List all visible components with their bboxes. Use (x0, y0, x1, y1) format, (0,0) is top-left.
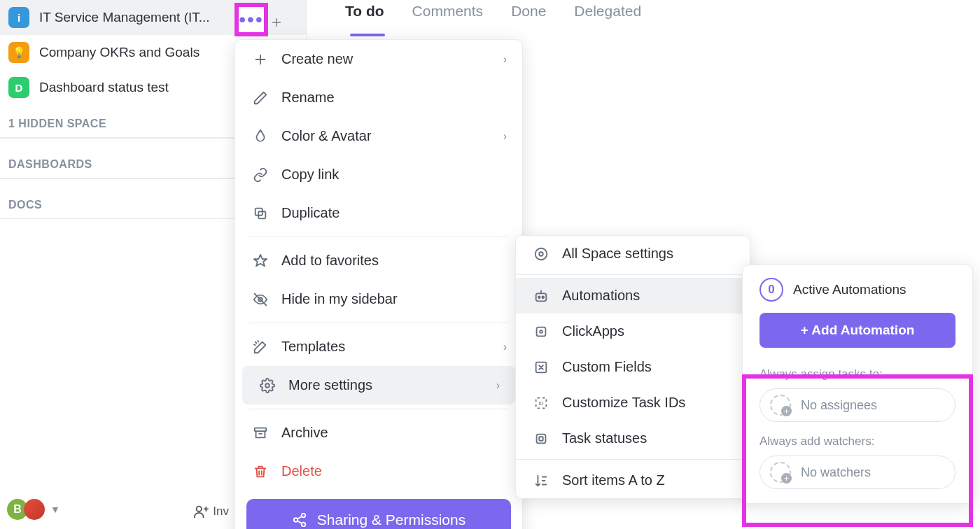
fields-icon (531, 360, 551, 375)
svg-rect-20 (539, 437, 543, 441)
chevron-down-icon[interactable]: ▼ (50, 504, 60, 515)
svg-point-14 (542, 296, 544, 298)
sort-icon (531, 473, 551, 488)
more-options-button[interactable]: ••• (234, 3, 268, 36)
svg-rect-15 (537, 327, 546, 336)
plus-icon (251, 52, 270, 67)
svg-rect-12 (536, 293, 547, 301)
menu-customize-task-ids[interactable]: ID Customize Task IDs (516, 385, 750, 421)
assignees-pill[interactable]: No assignees (760, 388, 955, 422)
svg-point-11 (536, 248, 547, 260)
menu-custom-fields[interactable]: Custom Fields (516, 349, 750, 385)
tab-done[interactable]: Done (511, 0, 546, 28)
assign-label: Always assign tasks to: (760, 367, 955, 381)
space-label: IT Service Management (IT... (39, 10, 210, 25)
link-icon (251, 167, 270, 183)
pencil-icon (251, 90, 270, 106)
automation-count-badge: 0 (760, 278, 783, 302)
menu-delete[interactable]: Delete (235, 452, 522, 491)
more-settings-submenu: All Space settings Automations ClickApps… (515, 235, 750, 499)
add-person-icon (770, 462, 791, 483)
add-person-icon (770, 395, 791, 416)
automations-panel: 0 Active Automations + Add Automation Al… (742, 264, 973, 504)
divider (516, 274, 750, 275)
robot-icon (531, 288, 551, 304)
divider (516, 459, 750, 460)
star-icon (251, 253, 270, 269)
menu-create-new[interactable]: Create new › (235, 40, 522, 78)
tab-comments[interactable]: Comments (412, 0, 484, 28)
menu-task-statuses[interactable]: Task statuses (516, 421, 750, 456)
svg-point-5 (265, 383, 270, 388)
wand-icon (251, 339, 270, 355)
divider (249, 409, 508, 409)
svg-text:ID: ID (538, 400, 543, 406)
sharing-permissions-button[interactable]: Sharing & Permissions (246, 499, 511, 529)
tab-delegated[interactable]: Delegated (574, 0, 641, 28)
invite-button[interactable]: Inv (193, 504, 229, 519)
archive-icon (251, 425, 270, 441)
space-icon: 💡 (8, 42, 29, 63)
eye-off-icon (251, 292, 270, 307)
watchers-pill[interactable]: No watchers (760, 456, 955, 489)
svg-rect-6 (255, 428, 267, 431)
add-automation-button[interactable]: + Add Automation (760, 313, 955, 348)
menu-color-avatar[interactable]: Color & Avatar › (235, 117, 522, 155)
menu-clickapps[interactable]: ClickApps (516, 313, 750, 349)
menu-sort-az[interactable]: Sort items A to Z (516, 463, 750, 498)
menu-automations[interactable]: Automations (516, 278, 750, 313)
tab-indicator (350, 34, 385, 36)
space-label: Company OKRs and Goals (39, 45, 200, 60)
menu-copy-link[interactable]: Copy link (235, 155, 522, 194)
chevron-right-icon: › (503, 341, 507, 353)
drop-icon (251, 129, 270, 144)
svg-point-16 (540, 330, 542, 333)
divider (249, 237, 508, 237)
add-button[interactable]: + (272, 13, 281, 32)
divider (249, 323, 508, 323)
menu-duplicate[interactable]: Duplicate (235, 194, 522, 232)
id-icon: ID (531, 395, 551, 411)
menu-hide-sidebar[interactable]: Hide in my sidebar (235, 280, 522, 318)
watchers-label: Always add watchers: (760, 435, 955, 449)
menu-favorites[interactable]: Add to favorites (235, 241, 522, 280)
space-label: Dashboard status test (39, 80, 169, 95)
space-icon: D (8, 77, 29, 98)
space-icon: i (8, 7, 29, 28)
chevron-right-icon: › (496, 379, 500, 392)
chevron-right-icon: › (503, 53, 507, 66)
automation-title: Active Automations (793, 282, 906, 297)
trash-icon (251, 464, 270, 479)
menu-rename[interactable]: Rename (235, 78, 522, 117)
menu-templates[interactable]: Templates › (235, 327, 522, 366)
tab-todo[interactable]: To do (345, 0, 384, 28)
gear-icon (531, 246, 551, 262)
space-context-menu: Create new › Rename Color & Avatar › Cop… (234, 39, 523, 529)
gear-icon (258, 378, 277, 393)
copy-icon (251, 206, 270, 221)
user-avatar-2[interactable] (24, 499, 45, 520)
svg-point-10 (539, 252, 543, 256)
svg-point-1 (197, 507, 202, 512)
svg-rect-19 (537, 434, 546, 443)
menu-all-space-settings[interactable]: All Space settings (516, 236, 750, 271)
app-icon (531, 324, 551, 339)
menu-more-settings[interactable]: More settings › (242, 366, 515, 404)
svg-point-13 (538, 296, 540, 298)
menu-archive[interactable]: Archive (235, 414, 522, 452)
status-icon (531, 431, 551, 446)
chevron-right-icon: › (503, 130, 507, 143)
